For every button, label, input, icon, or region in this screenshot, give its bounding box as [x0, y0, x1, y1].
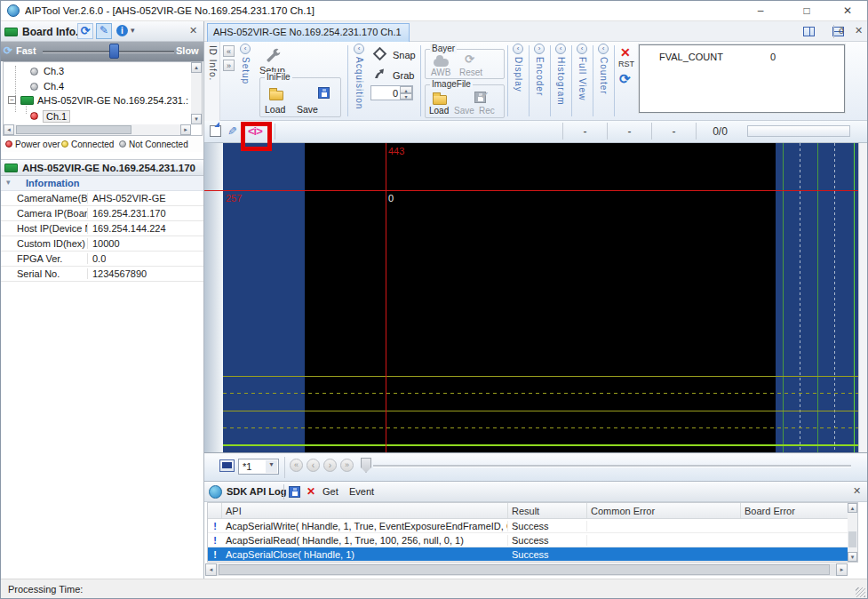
acquisition-group-tab[interactable]: ‹ Acquisition [352, 44, 366, 119]
property-value[interactable]: 10000 [88, 238, 120, 249]
frame-slider-thumb[interactable] [361, 458, 371, 473]
spin-down-icon[interactable]: ▾ [400, 93, 412, 100]
tree-expander-icon[interactable]: − [8, 96, 16, 104]
board-panel-close-icon[interactable]: ✕ [189, 25, 197, 36]
log-scroll-right-icon[interactable]: ▸ [836, 563, 848, 576]
display-group-tab[interactable]: ‹ Display [511, 44, 525, 119]
tree-item-ch4[interactable]: Ch.4 [44, 81, 64, 92]
collapse-chevron-icon[interactable]: ▾ [6, 178, 11, 187]
encoder-group-tab[interactable]: › Encoder [532, 44, 546, 119]
collapse-circle-icon[interactable]: ‹ [513, 44, 523, 54]
log-row[interactable]: ! AcapSerialWrite( hHandle, 1, True, Eve… [208, 519, 857, 533]
save-disk-icon[interactable] [318, 87, 330, 99]
split-vertical-icon[interactable] [803, 27, 815, 36]
expand-circle-icon[interactable]: › [534, 44, 545, 54]
info-icon[interactable]: i [116, 25, 128, 36]
maximize-button[interactable]: □ [787, 1, 826, 20]
id-info-strip[interactable]: ID Info. [204, 42, 220, 121]
tree-item-ch3[interactable]: Ch.3 [44, 66, 64, 76]
column-header-api[interactable]: API [222, 503, 508, 518]
collapse-circle-icon[interactable]: ‹ [354, 44, 364, 54]
log-row-selected[interactable]: ! AcapSerialClose( hHandle, 1) Success [208, 547, 857, 562]
frame-count-value[interactable]: 0 [393, 88, 398, 99]
ini-save-label[interactable]: Save [297, 104, 318, 115]
column-header-board-error[interactable]: Board Error [741, 503, 848, 518]
tree-scroll-down-icon[interactable]: ▾ [191, 114, 202, 124]
select-region-icon[interactable] [210, 125, 221, 137]
information-section-row[interactable]: ▾ Information [1, 176, 203, 191]
collapse-circle-icon[interactable]: ‹ [240, 44, 251, 54]
grab-label[interactable]: Grab [393, 70, 414, 81]
refresh-boards-button[interactable]: ⟳ [77, 23, 93, 39]
last-frame-button[interactable]: » [340, 459, 354, 472]
close-button[interactable]: ✕ [828, 1, 867, 20]
image-load-label[interactable]: Load [429, 106, 449, 116]
folder-open-icon[interactable] [433, 95, 447, 105]
get-button[interactable]: Get [323, 486, 338, 497]
speed-slider-thumb[interactable] [109, 44, 119, 59]
ini-load-label[interactable]: Load [265, 104, 285, 115]
display-mode-icon[interactable] [219, 459, 235, 472]
snap-icon[interactable] [373, 47, 387, 61]
log-hscrollbar[interactable]: ◂ ▸ [205, 563, 848, 576]
histogram-group-tab[interactable]: ‹ Histogram [553, 44, 568, 119]
log-hscrollbar-thumb[interactable] [219, 564, 830, 575]
edit-button[interactable]: ✎ [96, 23, 112, 39]
display-vscrollbar[interactable] [858, 143, 867, 452]
tab-close-icon[interactable]: ✕ [855, 25, 863, 36]
collapse-circle-icon[interactable]: ‹ [555, 44, 566, 54]
tree-vscrollbar[interactable] [191, 73, 202, 114]
picker-pen-icon[interactable]: ✎ [227, 124, 237, 138]
tree-scroll-right-icon[interactable]: ▸ [180, 124, 191, 135]
column-header-common-error[interactable]: Common Error [587, 503, 741, 518]
counter-group-tab[interactable]: ‹ Counter [596, 44, 610, 119]
tree-scroll-left-icon[interactable]: ◂ [4, 124, 14, 135]
log-scroll-left-icon[interactable]: ◂ [205, 563, 217, 576]
ribbon-expand-button[interactable]: » [223, 60, 235, 71]
collapse-circle-icon[interactable]: ‹ [577, 44, 587, 54]
wrench-icon[interactable] [265, 47, 281, 63]
image-display-area[interactable]: 443 257 0 [204, 143, 867, 452]
frame-count-spinbox[interactable]: 0 ▴ ▾ [370, 85, 413, 100]
property-value[interactable]: AHS-052VIR-GE [88, 193, 166, 204]
tree-hscrollbar-thumb[interactable] [16, 125, 131, 134]
rst-refresh-icon[interactable]: ⟳ [619, 71, 631, 87]
ribbon-collapse-button[interactable]: « [223, 45, 235, 57]
tree-item-board[interactable]: AHS-052VIR-GE No.169.254.231.: [37, 95, 188, 106]
log-close-icon[interactable]: ✕ [853, 485, 861, 497]
snap-label[interactable]: Snap [393, 50, 416, 60]
save-log-icon[interactable] [289, 486, 300, 498]
next-frame-button[interactable]: › [323, 459, 337, 472]
speed-slider-track[interactable] [43, 51, 174, 52]
frame-slider-track[interactable] [373, 465, 851, 467]
event-button[interactable]: Event [349, 486, 374, 497]
property-value[interactable]: 169.254.231.170 [88, 208, 166, 219]
collapse-circle-icon[interactable]: ‹ [598, 44, 609, 54]
rst-clear-icon[interactable]: ✕ [620, 45, 631, 60]
active-document-tab[interactable]: AHS-052VIR-GE No.169.254.231.170 Ch.1 [207, 23, 410, 42]
column-header-result[interactable]: Result [508, 503, 587, 518]
folder-open-icon[interactable] [269, 91, 283, 100]
zoom-select[interactable]: *1 ▾ [238, 459, 279, 475]
tree-scroll-up-icon[interactable]: ▴ [191, 62, 202, 73]
prev-frame-button[interactable]: ‹ [307, 459, 320, 472]
spin-up-icon[interactable]: ▴ [400, 86, 412, 93]
property-value[interactable]: 1234567890 [88, 268, 147, 279]
resize-grip[interactable] [856, 587, 865, 597]
grab-icon[interactable] [373, 68, 386, 80]
zoom-dropdown-icon[interactable]: ▾ [266, 460, 277, 473]
property-value[interactable]: 169.254.144.224 [88, 223, 166, 234]
log-vscrollbar-thumb[interactable] [848, 531, 856, 547]
log-row[interactable]: ! AcapSerialRead( hHandle, 1, True, 100,… [208, 533, 857, 547]
first-frame-button[interactable]: « [290, 459, 303, 472]
minimize-button[interactable]: – [741, 1, 780, 20]
refresh-icon[interactable]: ⟳ [4, 44, 12, 57]
log-scroll-up-icon[interactable]: ▴ [848, 503, 857, 513]
info-dropdown-arrow[interactable]: ▾ [131, 26, 135, 35]
setup-group-tab[interactable]: ‹ Setup [238, 44, 252, 119]
tree-item-ch1[interactable]: Ch.1 [43, 110, 70, 123]
property-value[interactable]: 0.0 [88, 253, 106, 264]
log-scroll-down-icon[interactable]: ▾ [848, 552, 857, 562]
float-window-icon[interactable]: ð [839, 25, 844, 36]
full-view-group-tab[interactable]: ‹ Full View [575, 44, 589, 119]
